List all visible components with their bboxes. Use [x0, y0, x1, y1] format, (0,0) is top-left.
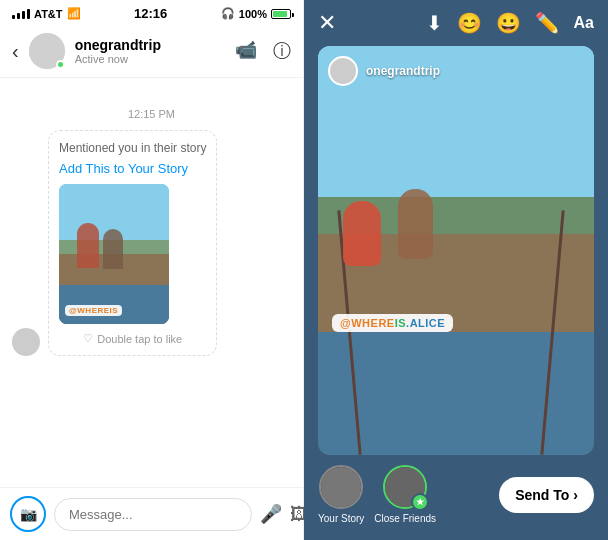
signal-bar-4 [27, 9, 30, 19]
checkmark-icon: ★ [416, 497, 424, 507]
chat-header: ‹ onegrandtrip Active now 📹 ⓘ [0, 25, 303, 78]
battery-indicator [271, 9, 291, 19]
battery-label: 100% [239, 8, 267, 20]
story-tag-at: @ [340, 317, 351, 329]
message-timestamp: 12:15 PM [12, 108, 291, 120]
emoji-icon[interactable]: 😊 [457, 11, 482, 35]
chat-body: 12:15 PM Mentioned you in their story Ad… [0, 78, 303, 487]
close-friends-check: ★ [411, 493, 429, 511]
contact-info: onegrandtrip Active now [75, 37, 225, 65]
your-story-label: Your Story [318, 513, 364, 524]
online-indicator [56, 60, 65, 69]
your-story-avatar-img [321, 467, 361, 507]
story-tag-part1: WHERE [351, 317, 394, 329]
camera-icon: 📷 [20, 506, 37, 522]
story-thumbnail-image [59, 184, 169, 324]
story-thumbnail-tag: @WHEREIS [65, 305, 122, 316]
story-user-header: onegrandtrip [328, 56, 440, 86]
sticker-icon[interactable]: 😀 [496, 11, 521, 35]
send-to-chevron: › [573, 487, 578, 503]
battery-fill [273, 11, 287, 17]
download-icon[interactable]: ⬇ [426, 11, 443, 35]
contact-status: Active now [75, 53, 225, 65]
person-1 [343, 201, 381, 266]
contact-avatar [29, 33, 65, 69]
back-button[interactable]: ‹ [12, 40, 19, 63]
send-to-button[interactable]: Send To › [499, 477, 594, 513]
close-friends-option[interactable]: ★ Close Friends [374, 465, 436, 524]
heart-icon: ♡ [83, 332, 93, 345]
chat-input-bar: 📷 🎤 🖼 ➕ [0, 487, 303, 540]
status-bar-right: 🎧 100% [221, 7, 291, 20]
draw-icon[interactable]: ✏️ [535, 11, 560, 35]
contact-username: onegrandtrip [75, 37, 225, 53]
close-friends-avatar-wrapper: ★ [383, 465, 427, 509]
story-viewer: onegrandtrip @WHEREIS.ALICE [318, 46, 594, 455]
video-call-button[interactable]: 📹 [235, 39, 257, 63]
signal-bars [12, 9, 30, 19]
add-to-story-link[interactable]: Add This to Your Story [59, 161, 206, 176]
story-tag: @WHEREIS.ALICE [332, 314, 453, 332]
story-thumbnail[interactable]: @WHEREIS [59, 184, 169, 324]
person-2 [398, 189, 433, 259]
info-button[interactable]: ⓘ [273, 39, 291, 63]
microphone-button[interactable]: 🎤 [260, 503, 282, 525]
story-top-bar: ✕ ⬇ 😊 😀 ✏️ Aa [304, 0, 608, 46]
your-story-option[interactable]: Your Story [318, 465, 364, 524]
story-mention-text: Mentioned you in their story [59, 141, 206, 155]
message-input[interactable] [54, 498, 252, 531]
story-message-bubble: Mentioned you in their story Add This to… [48, 130, 217, 356]
story-tag-part3: .ALICE [406, 317, 445, 329]
headphones-icon: 🎧 [221, 7, 235, 20]
story-user-avatar [328, 56, 358, 86]
text-icon[interactable]: Aa [574, 14, 594, 32]
close-friends-label: Close Friends [374, 513, 436, 524]
left-panel: AT&T 📶 12:16 🎧 100% ‹ onegrandtrip Activ… [0, 0, 304, 540]
carrier-label: AT&T [34, 8, 63, 20]
sender-avatar [12, 328, 40, 356]
signal-bar-3 [22, 11, 25, 19]
status-bar-left: AT&T 📶 [12, 7, 81, 20]
status-bar: AT&T 📶 12:16 🎧 100% [0, 0, 303, 25]
send-to-label: Send To [515, 487, 569, 503]
signal-bar-2 [17, 13, 20, 19]
story-bottom-bar: Your Story ★ Close Friends Send To › [304, 455, 608, 540]
story-top-icons: ⬇ 😊 😀 ✏️ Aa [426, 11, 594, 35]
story-tag-part2: IS [395, 317, 406, 329]
story-background: onegrandtrip @WHEREIS.ALICE [318, 46, 594, 455]
camera-button[interactable]: 📷 [10, 496, 46, 532]
your-story-avatar [319, 465, 363, 509]
signal-bar-1 [12, 15, 15, 19]
time-display: 12:16 [134, 6, 167, 21]
double-tap-text: Double tap to like [97, 333, 182, 345]
double-tap-hint: ♡ Double tap to like [59, 332, 206, 345]
wifi-icon: 📶 [67, 7, 81, 20]
header-actions: 📹 ⓘ [235, 39, 291, 63]
story-close-button[interactable]: ✕ [318, 10, 336, 36]
story-mention-container: Mentioned you in their story Add This to… [12, 130, 291, 356]
story-username: onegrandtrip [366, 64, 440, 78]
right-panel: ✕ ⬇ 😊 😀 ✏️ Aa [304, 0, 608, 540]
